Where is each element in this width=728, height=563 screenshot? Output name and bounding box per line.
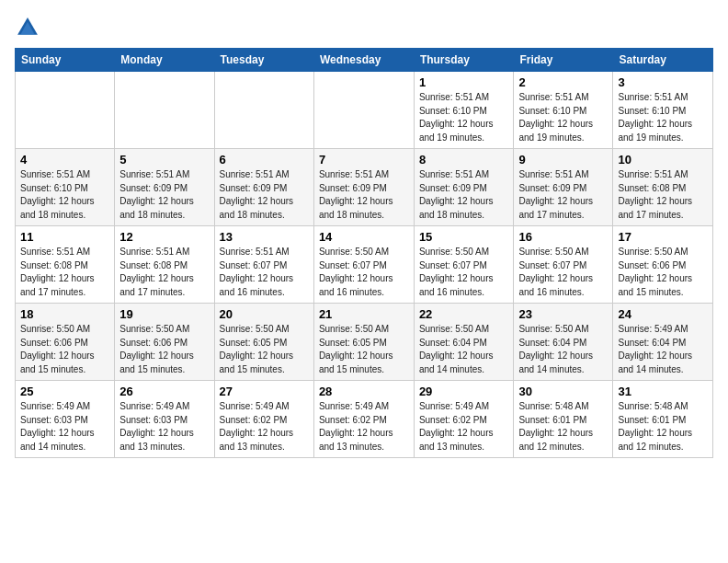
logo-icon	[15, 15, 40, 40]
day-info: Sunrise: 5:50 AMSunset: 6:07 PMDaylight:…	[518, 246, 608, 299]
day-info: Sunrise: 5:51 AMSunset: 6:10 PMDaylight:…	[618, 91, 708, 144]
day-number: 6	[220, 153, 309, 167]
calendar-cell: 5Sunrise: 5:51 AMSunset: 6:09 PMDaylight…	[115, 149, 214, 226]
day-info: Sunrise: 5:50 AMSunset: 6:07 PMDaylight:…	[419, 246, 509, 299]
day-number: 12	[119, 230, 209, 244]
calendar-cell: 8Sunrise: 5:51 AMSunset: 6:09 PMDaylight…	[414, 149, 514, 226]
calendar-cell: 18Sunrise: 5:50 AMSunset: 6:06 PMDayligh…	[16, 304, 115, 381]
day-number: 31	[618, 385, 708, 398]
day-number: 25	[20, 385, 109, 398]
calendar-cell: 10Sunrise: 5:51 AMSunset: 6:08 PMDayligh…	[613, 149, 713, 226]
calendar-week-row: 1Sunrise: 5:51 AMSunset: 6:10 PMDaylight…	[16, 72, 713, 149]
calendar-week-row: 18Sunrise: 5:50 AMSunset: 6:06 PMDayligh…	[16, 304, 713, 381]
calendar-cell	[214, 72, 313, 149]
day-info: Sunrise: 5:49 AMSunset: 6:02 PMDaylight:…	[419, 400, 509, 454]
day-number: 22	[419, 307, 509, 321]
day-info: Sunrise: 5:49 AMSunset: 6:04 PMDaylight:…	[618, 323, 708, 376]
day-number: 8	[419, 153, 509, 167]
day-info: Sunrise: 5:49 AMSunset: 6:03 PMDaylight:…	[119, 400, 209, 454]
calendar-cell: 12Sunrise: 5:51 AMSunset: 6:08 PMDayligh…	[115, 226, 214, 304]
calendar-cell: 4Sunrise: 5:51 AMSunset: 6:10 PMDaylight…	[16, 149, 115, 226]
calendar-table: SundayMondayTuesdayWednesdayThursdayFrid…	[15, 48, 713, 458]
weekday-header-row: SundayMondayTuesdayWednesdayThursdayFrid…	[16, 49, 713, 72]
weekday-header-thursday: Thursday	[414, 49, 514, 72]
calendar-cell	[313, 72, 414, 149]
calendar-cell: 9Sunrise: 5:51 AMSunset: 6:09 PMDaylight…	[514, 149, 613, 226]
calendar-cell: 14Sunrise: 5:50 AMSunset: 6:07 PMDayligh…	[313, 226, 414, 304]
day-number: 7	[319, 153, 409, 167]
day-info: Sunrise: 5:51 AMSunset: 6:09 PMDaylight:…	[119, 168, 209, 222]
weekday-header-friday: Friday	[514, 49, 613, 72]
day-info: Sunrise: 5:48 AMSunset: 6:01 PMDaylight:…	[518, 400, 608, 454]
day-number: 23	[518, 307, 608, 321]
calendar-cell: 23Sunrise: 5:50 AMSunset: 6:04 PMDayligh…	[514, 304, 613, 381]
day-info: Sunrise: 5:49 AMSunset: 6:03 PMDaylight:…	[20, 400, 109, 454]
calendar-cell: 2Sunrise: 5:51 AMSunset: 6:10 PMDaylight…	[514, 72, 613, 149]
day-number: 26	[119, 385, 209, 398]
calendar-cell: 20Sunrise: 5:50 AMSunset: 6:05 PMDayligh…	[214, 304, 313, 381]
day-info: Sunrise: 5:50 AMSunset: 6:07 PMDaylight:…	[319, 246, 409, 299]
day-info: Sunrise: 5:51 AMSunset: 6:10 PMDaylight:…	[518, 91, 608, 144]
calendar-cell: 15Sunrise: 5:50 AMSunset: 6:07 PMDayligh…	[414, 226, 514, 304]
calendar-cell: 6Sunrise: 5:51 AMSunset: 6:09 PMDaylight…	[214, 149, 313, 226]
day-number: 9	[518, 153, 608, 167]
calendar-cell: 25Sunrise: 5:49 AMSunset: 6:03 PMDayligh…	[16, 381, 115, 458]
calendar-cell: 29Sunrise: 5:49 AMSunset: 6:02 PMDayligh…	[414, 381, 514, 458]
day-info: Sunrise: 5:50 AMSunset: 6:06 PMDaylight:…	[119, 323, 209, 376]
calendar-cell: 21Sunrise: 5:50 AMSunset: 6:05 PMDayligh…	[313, 304, 414, 381]
day-info: Sunrise: 5:50 AMSunset: 6:06 PMDaylight:…	[20, 323, 109, 376]
calendar-week-row: 25Sunrise: 5:49 AMSunset: 6:03 PMDayligh…	[16, 381, 713, 458]
day-info: Sunrise: 5:49 AMSunset: 6:02 PMDaylight:…	[220, 400, 309, 454]
day-info: Sunrise: 5:51 AMSunset: 6:08 PMDaylight:…	[618, 168, 708, 222]
calendar-cell: 24Sunrise: 5:49 AMSunset: 6:04 PMDayligh…	[613, 304, 713, 381]
day-number: 21	[319, 307, 409, 321]
day-number: 29	[419, 385, 509, 398]
calendar-body: 1Sunrise: 5:51 AMSunset: 6:10 PMDaylight…	[16, 72, 713, 458]
day-number: 1	[419, 75, 509, 89]
day-number: 18	[20, 307, 109, 321]
calendar-cell: 19Sunrise: 5:50 AMSunset: 6:06 PMDayligh…	[115, 304, 214, 381]
calendar-cell	[16, 72, 115, 149]
day-number: 28	[319, 385, 409, 398]
day-number: 17	[618, 230, 708, 244]
weekday-header-saturday: Saturday	[613, 49, 713, 72]
day-info: Sunrise: 5:51 AMSunset: 6:07 PMDaylight:…	[220, 246, 309, 299]
day-info: Sunrise: 5:51 AMSunset: 6:09 PMDaylight:…	[319, 168, 409, 222]
day-number: 10	[618, 153, 708, 167]
day-number: 3	[618, 75, 708, 89]
calendar-cell: 22Sunrise: 5:50 AMSunset: 6:04 PMDayligh…	[414, 304, 514, 381]
day-info: Sunrise: 5:50 AMSunset: 6:04 PMDaylight:…	[518, 323, 608, 376]
calendar-cell: 17Sunrise: 5:50 AMSunset: 6:06 PMDayligh…	[613, 226, 713, 304]
day-number: 5	[119, 153, 209, 167]
calendar-cell: 1Sunrise: 5:51 AMSunset: 6:10 PMDaylight…	[414, 72, 514, 149]
calendar-cell	[115, 72, 214, 149]
day-number: 14	[319, 230, 409, 244]
day-info: Sunrise: 5:51 AMSunset: 6:09 PMDaylight:…	[220, 168, 309, 222]
day-info: Sunrise: 5:51 AMSunset: 6:10 PMDaylight:…	[419, 91, 509, 144]
calendar-cell: 31Sunrise: 5:48 AMSunset: 6:01 PMDayligh…	[613, 381, 713, 458]
page-header	[15, 15, 713, 40]
day-number: 16	[518, 230, 608, 244]
day-number: 13	[220, 230, 309, 244]
weekday-header-wednesday: Wednesday	[313, 49, 414, 72]
calendar-cell: 3Sunrise: 5:51 AMSunset: 6:10 PMDaylight…	[613, 72, 713, 149]
calendar-cell: 7Sunrise: 5:51 AMSunset: 6:09 PMDaylight…	[313, 149, 414, 226]
calendar-week-row: 11Sunrise: 5:51 AMSunset: 6:08 PMDayligh…	[16, 226, 713, 304]
weekday-header-sunday: Sunday	[16, 49, 115, 72]
day-info: Sunrise: 5:50 AMSunset: 6:05 PMDaylight:…	[319, 323, 409, 376]
weekday-header-tuesday: Tuesday	[214, 49, 313, 72]
logo	[15, 15, 44, 40]
day-number: 24	[618, 307, 708, 321]
day-number: 30	[518, 385, 608, 398]
calendar-cell: 30Sunrise: 5:48 AMSunset: 6:01 PMDayligh…	[514, 381, 613, 458]
weekday-header-monday: Monday	[115, 49, 214, 72]
calendar-cell: 13Sunrise: 5:51 AMSunset: 6:07 PMDayligh…	[214, 226, 313, 304]
calendar-cell: 26Sunrise: 5:49 AMSunset: 6:03 PMDayligh…	[115, 381, 214, 458]
day-info: Sunrise: 5:50 AMSunset: 6:05 PMDaylight:…	[220, 323, 309, 376]
day-info: Sunrise: 5:51 AMSunset: 6:08 PMDaylight:…	[119, 246, 209, 299]
calendar-cell: 28Sunrise: 5:49 AMSunset: 6:02 PMDayligh…	[313, 381, 414, 458]
day-info: Sunrise: 5:49 AMSunset: 6:02 PMDaylight:…	[319, 400, 409, 454]
day-number: 27	[220, 385, 309, 398]
day-info: Sunrise: 5:50 AMSunset: 6:04 PMDaylight:…	[419, 323, 509, 376]
day-number: 20	[220, 307, 309, 321]
